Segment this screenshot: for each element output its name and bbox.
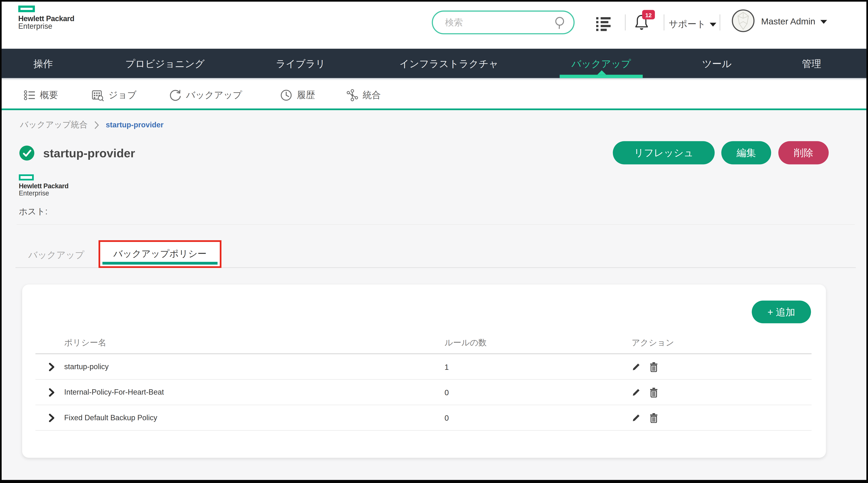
delete-button[interactable]: 削除 xyxy=(778,141,829,164)
table-row: startup-policy 1 xyxy=(35,354,812,380)
notifications-button[interactable]: 12 xyxy=(634,14,650,33)
search-input[interactable] xyxy=(432,10,575,34)
user-menu[interactable]: Master Admin xyxy=(761,17,827,27)
rule-count: 0 xyxy=(444,413,631,422)
top-header: Hewlett Packard Enterprise 1 xyxy=(2,2,866,49)
breadcrumb: バックアップ統合 startup-provider xyxy=(20,120,163,130)
chevron-right-icon xyxy=(49,413,55,422)
check-circle-icon xyxy=(19,146,34,160)
active-tab-underline xyxy=(102,262,217,265)
delete-policy-button[interactable] xyxy=(649,387,658,397)
breadcrumb-current[interactable]: startup-provider xyxy=(106,121,163,129)
page-content: バックアップ統合 startup-provider startup-provid… xyxy=(2,112,866,480)
hpe-logo-line2: Enterprise xyxy=(18,23,74,31)
row-actions xyxy=(632,413,812,423)
subnav-label: 履歴 xyxy=(297,89,315,101)
subnav-item-jobs[interactable]: ジョブ xyxy=(92,80,136,110)
search-icon[interactable] xyxy=(554,16,566,32)
global-search xyxy=(432,10,575,34)
subnav-label: バックアップ xyxy=(186,89,242,101)
nav-item-provisioning[interactable]: プロビジョニング xyxy=(125,49,205,79)
subnav-label: ジョブ xyxy=(108,89,136,101)
overview-list-icon xyxy=(24,90,35,101)
pencil-icon xyxy=(632,387,641,397)
column-header-policy-name: ポリシー名 xyxy=(64,337,444,348)
chevron-down-icon xyxy=(710,22,716,26)
breadcrumb-chevron-icon xyxy=(94,120,99,129)
activity-list-icon[interactable] xyxy=(596,17,614,32)
user-name: Master Admin xyxy=(761,17,815,27)
trash-icon xyxy=(649,413,658,423)
column-header-actions: アクション xyxy=(632,337,812,348)
table-header-row: ポリシー名 ルールの数 アクション xyxy=(35,332,812,354)
app-window: Hewlett Packard Enterprise 1 xyxy=(0,0,868,483)
hpe-logo-mark xyxy=(19,174,34,180)
refresh-button[interactable]: リフレッシュ xyxy=(613,141,715,164)
active-nav-notch xyxy=(597,70,606,75)
row-actions xyxy=(632,387,812,397)
notification-badge: 12 xyxy=(642,10,655,20)
hpe-logo-line2: Enterprise xyxy=(19,190,68,197)
provider-hpe-logo: Hewlett Packard Enterprise xyxy=(19,174,68,197)
globe-avatar-icon xyxy=(733,10,753,31)
section-divider xyxy=(17,224,855,225)
header-divider xyxy=(664,14,664,30)
nav-item-admin[interactable]: 管理 xyxy=(802,49,821,79)
subnav-item-history[interactable]: 履歴 xyxy=(280,80,315,110)
chevron-right-icon xyxy=(49,362,55,371)
nav-item-infrastructure[interactable]: インフラストラクチャ xyxy=(399,49,498,79)
tab-backup[interactable]: バックアップ xyxy=(28,249,84,261)
expand-row-button[interactable] xyxy=(35,362,64,371)
integration-nodes-icon xyxy=(347,89,358,101)
breadcrumb-parent[interactable]: バックアップ統合 xyxy=(20,120,88,130)
chevron-right-icon xyxy=(49,388,55,397)
backup-policy-card: + 追加 ポリシー名 ルールの数 アクション startup-policy xyxy=(22,284,826,458)
edit-policy-button[interactable] xyxy=(632,362,641,371)
subnav-label: 概要 xyxy=(40,89,58,101)
subnav-item-overview[interactable]: 概要 xyxy=(24,80,58,110)
delete-policy-button[interactable] xyxy=(649,413,658,423)
rule-count: 1 xyxy=(444,362,631,371)
red-annotation-box: バックアップポリシー xyxy=(98,240,221,268)
column-header-rule-count: ルールの数 xyxy=(444,337,631,348)
delete-policy-button[interactable] xyxy=(649,362,658,372)
hpe-logo-mark xyxy=(18,5,35,12)
edit-button[interactable]: 編集 xyxy=(721,141,771,164)
policy-name: Fixed Default Backup Policy xyxy=(64,414,444,422)
table-row: Internal-Policy-For-Heart-Beat 0 xyxy=(35,380,812,405)
trash-icon xyxy=(649,362,658,372)
subnav-item-integration[interactable]: 統合 xyxy=(347,80,381,110)
chevron-down-icon xyxy=(820,20,827,24)
backup-refresh-icon xyxy=(169,89,182,101)
hpe-logo-line1: Hewlett Packard xyxy=(18,15,74,23)
pencil-icon xyxy=(632,362,641,371)
expand-row-button[interactable] xyxy=(35,388,64,397)
add-policy-button[interactable]: + 追加 xyxy=(752,301,811,324)
policy-table: ポリシー名 ルールの数 アクション startup-policy 1 xyxy=(35,332,812,430)
nav-item-library[interactable]: ライブラリ xyxy=(276,49,326,79)
backup-subnav: 概要 ジョブ バックアップ 履歴 xyxy=(2,80,866,110)
history-clock-icon xyxy=(280,89,292,101)
host-label: ホスト: xyxy=(19,206,48,218)
expand-row-button[interactable] xyxy=(35,413,64,422)
policy-name: Internal-Policy-For-Heart-Beat xyxy=(64,388,444,396)
trash-icon xyxy=(649,387,658,397)
rule-count: 0 xyxy=(444,388,631,397)
edit-policy-button[interactable] xyxy=(632,387,641,397)
support-menu[interactable]: サポート xyxy=(669,18,716,30)
table-row: Fixed Default Backup Policy 0 xyxy=(35,405,812,431)
header-divider xyxy=(625,14,626,30)
tab-backup-policy[interactable]: バックアップポリシー xyxy=(100,248,220,260)
policy-name: startup-policy xyxy=(64,363,444,371)
active-nav-underline xyxy=(560,74,643,78)
hpe-logo: Hewlett Packard Enterprise xyxy=(18,5,74,31)
jobs-grid-icon xyxy=(92,89,104,101)
avatar[interactable] xyxy=(732,9,754,32)
edit-policy-button[interactable] xyxy=(632,413,641,422)
support-label: サポート xyxy=(669,18,706,30)
nav-item-tools[interactable]: ツール xyxy=(702,49,732,79)
subnav-item-backup[interactable]: バックアップ xyxy=(169,80,242,110)
nav-item-operations[interactable]: 操作 xyxy=(33,49,53,79)
page-title: startup-provider xyxy=(43,147,135,160)
hpe-logo-line1: Hewlett Packard xyxy=(19,183,68,190)
